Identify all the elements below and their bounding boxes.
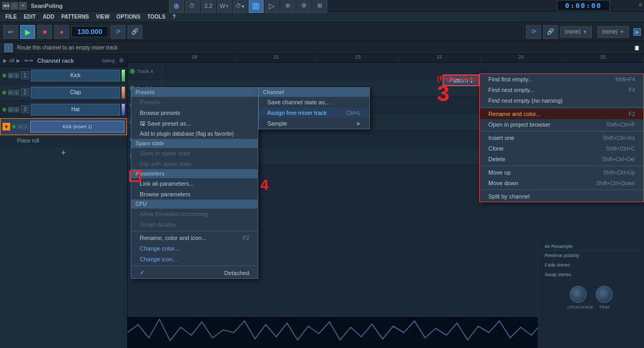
fx-btn[interactable]: ⟳ [526,25,541,39]
track-cell-1-3[interactable] [323,63,403,79]
ctx-insert-one[interactable]: Insert one Shift+Ctrl+Ins [480,132,643,143]
link-btn[interactable]: 🔗 [128,25,142,39]
ctx-assign-mixer[interactable]: Assign free mixer track Ctrl+L [259,107,369,118]
ctx-find-next[interactable]: Find next empty... F4 [480,85,643,95]
menu-view[interactable]: VIEW [93,13,113,21]
ctx-move-up[interactable]: Move up Shift+Ctrl+Up [480,167,643,178]
toolbar-icon-6[interactable]: ▦ [249,0,264,13]
record-btn[interactable]: ● [54,25,69,39]
window-controls[interactable]: ◀◀ □ ✕ [2,2,27,10]
ctx-browse-params[interactable]: Browse parameters [131,189,258,200]
menu-file[interactable]: FILE [2,13,20,21]
ch-name-1[interactable]: Kick [31,70,120,81]
play-btn[interactable]: ▶ [20,25,35,39]
bpm-display[interactable]: 130.000 [71,26,108,37]
ch-solo-h[interactable]: s [23,124,29,129]
track-cell-1-1[interactable] [162,63,242,79]
ctx-link-params[interactable]: Link all parameters... [131,178,258,189]
right-click-annotation: (Right click) 3 [437,74,477,105]
track-cell-1-2[interactable] [242,63,323,79]
ch-led-2[interactable] [2,90,6,95]
ch-led-3[interactable] [2,107,6,112]
ch-solo-1[interactable]: s [14,73,19,78]
fade-stereo: Fade stereo [540,260,642,270]
ch-num-1: 1 [21,71,29,79]
toolbar-icon-3[interactable]: 3.2 [201,0,216,13]
ch-btns-2: m s [8,90,19,95]
ch-name-3[interactable]: Hat [31,104,120,115]
expand-icon[interactable]: ▶ [16,58,20,63]
link-btn2[interactable]: 🔗 [543,25,558,39]
none-btn-1[interactable]: (none) ▼ [560,26,592,38]
ctx-save-channel-state[interactable]: Save channel state as... [259,97,369,107]
track-led-1[interactable] [130,69,135,74]
sync-btn[interactable]: ⟳ [111,25,125,39]
tc-5-4[interactable] [403,131,484,147]
ctx-change-color[interactable]: Change color... [131,243,258,254]
channel-row-2: m s 2 Clap [0,84,127,101]
ctx-move-down[interactable]: Move down Shift+Ctrl+Down [480,178,643,188]
ctx-add-plugin-db[interactable]: Add to plugin database (flag as favorite… [131,129,258,139]
ctx-change-icon[interactable]: Change icon... [131,254,258,264]
ch-name-2[interactable]: Clap [31,87,120,98]
ctx-find-next-noname[interactable]: Find next empty (no naming) [480,95,643,106]
toolbar-icon-5[interactable]: ⏱◀ [233,0,248,13]
tc-5-3[interactable] [323,131,403,147]
dropdown-arrow[interactable]: ▼ [3,123,10,130]
tc-6-3[interactable] [323,148,403,164]
add-channel-btn[interactable]: + [0,147,127,159]
ctx-rename-color-r[interactable]: Rename and color... F2 [480,109,643,119]
toolbar-icon-1[interactable]: ⊕ [169,0,184,13]
toolbar-icon-4[interactable]: W+ [217,0,232,13]
menu-edit[interactable]: EDIT [21,13,39,21]
rack-menu-icon[interactable]: ⚙ [119,57,124,63]
ctx-save-preset[interactable]: 🖫 Save preset as... [131,118,258,129]
trim-knob[interactable] [596,286,613,303]
menu-help[interactable]: ? [169,13,179,21]
ch-led-1[interactable] [2,73,6,78]
toolbar-icon-9[interactable]: ⚙ [296,0,311,13]
ctx-detached[interactable]: Detached [131,267,258,278]
ch-solo-3[interactable]: s [14,107,19,112]
stop-btn[interactable]: ■ [37,25,52,39]
nav-arrows[interactable]: ⇐⇒ [24,57,33,63]
ctx-browse-presets[interactable]: Browse presets [131,107,258,118]
ch-mute-1[interactable]: m [8,73,13,78]
collapse-icon[interactable]: ▶ [3,58,7,63]
rewind-btn[interactable]: ↩ [3,25,18,39]
menu-tools[interactable]: TOOLS [144,13,168,21]
maximize-button[interactable]: □ [11,2,18,10]
toolbar-icon-10[interactable]: ⊞ [312,0,327,13]
ch-mute-h[interactable]: m [18,124,23,129]
ctx-rename-color[interactable]: Rename, color and icon... F2 [131,233,258,243]
ch-led-h[interactable] [12,125,16,129]
ctx-clone[interactable]: Clone Shift+Ctrl+C [480,143,643,154]
ch-name-h[interactable]: Kick (Insert 1) [30,121,124,132]
grid-num-2: 21 [236,54,318,62]
ctx-split-channel[interactable]: Split by channel [480,191,643,202]
toolbar-icon-2[interactable]: ⏱ [185,0,200,13]
crossfade-knob[interactable] [570,286,587,303]
menu-options[interactable]: OPTIONS [113,13,143,21]
minimize-button[interactable]: ◀◀ [2,2,10,10]
ctx-find-first[interactable]: Find first empty... Shift+F4 [480,74,643,85]
transport-play-icon[interactable]: ▶ [633,28,641,36]
svg-rect-0 [128,317,538,348]
ctx-delete[interactable]: Delete Shift+Ctrl+Del [480,154,643,164]
none-btn-2[interactable]: (none) ▼ [597,26,629,38]
grid-num-4: 21 [399,54,481,62]
menu-bar: FILE EDIT ADD PATTERNS VIEW OPTIONS TOOL… [0,12,644,22]
toolbar-icon-7[interactable]: ▷ [265,0,279,13]
toolbar-icon-8[interactable]: ⊛ [281,0,295,13]
menu-add[interactable]: ADD [39,13,57,21]
menu-patterns[interactable]: PATTERNS [58,13,92,21]
ch-solo-2[interactable]: s [14,90,19,95]
tc-6-4[interactable] [403,148,484,164]
ctx-header-params: Parameters [131,169,258,178]
tc-4-4[interactable] [403,114,484,130]
ch-mute-3[interactable]: m [8,107,13,112]
close-button[interactable]: ✕ [19,2,27,10]
ctx-sample-submenu[interactable]: Sample ▶ [259,118,369,129]
ctx-open-browser[interactable]: Open in project browser Shift+Ctrl+P [480,119,643,130]
ch-mute-2[interactable]: m [8,90,13,95]
